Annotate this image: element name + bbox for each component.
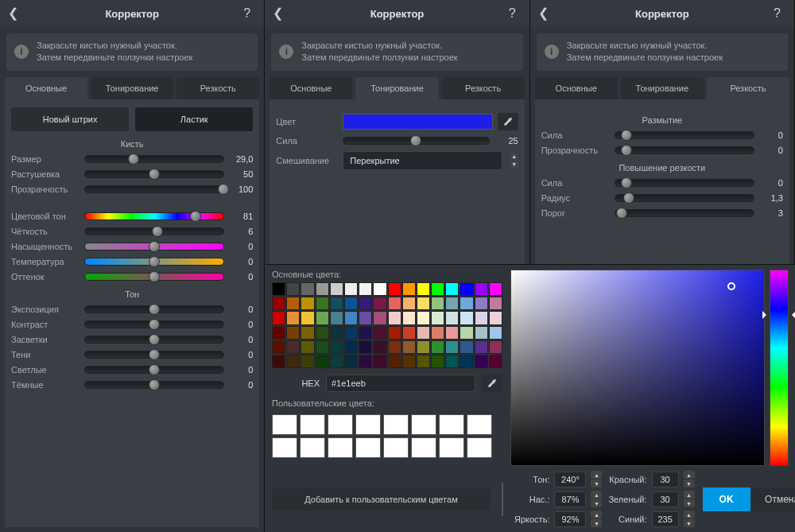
- swatch-cell[interactable]: [460, 326, 473, 340]
- swatch-cell[interactable]: [445, 282, 459, 296]
- swatch-cell[interactable]: [344, 282, 358, 296]
- swatch-cell[interactable]: [402, 326, 416, 340]
- swatch-cell[interactable]: [475, 355, 488, 368]
- spin-down-icon[interactable]: ▼: [684, 480, 695, 487]
- swatch-cell[interactable]: [402, 355, 416, 368]
- swatch-cell[interactable]: [286, 311, 300, 324]
- swatch-cell[interactable]: [359, 355, 372, 368]
- swatch-cell[interactable]: [431, 326, 444, 340]
- swatch-cell[interactable]: [344, 297, 358, 310]
- custom-swatch[interactable]: [300, 437, 325, 458]
- hex-input[interactable]: #1e1eeb: [326, 375, 475, 392]
- swatch-cell[interactable]: [286, 340, 300, 354]
- swatch-cell[interactable]: [402, 297, 416, 310]
- slider-track[interactable]: [343, 137, 489, 145]
- back-icon[interactable]: ❮: [8, 7, 21, 20]
- swatch-cell[interactable]: [417, 311, 430, 324]
- swatch-cell[interactable]: [489, 326, 502, 340]
- swatch-cell[interactable]: [272, 326, 285, 340]
- slider-track[interactable]: [84, 320, 224, 328]
- custom-swatch[interactable]: [411, 437, 436, 458]
- spin-up-icon[interactable]: ▲: [510, 153, 518, 160]
- tab[interactable]: Резкость: [176, 77, 259, 99]
- swatch-cell[interactable]: [286, 326, 300, 340]
- spin-down-icon[interactable]: ▼: [510, 161, 518, 168]
- swatch-cell[interactable]: [373, 282, 386, 296]
- slider-track[interactable]: [84, 227, 224, 235]
- slider-track[interactable]: [615, 131, 754, 139]
- spin-down-icon[interactable]: ▼: [684, 519, 695, 527]
- ok-button[interactable]: OK: [703, 487, 750, 511]
- swatch-cell[interactable]: [460, 355, 473, 368]
- tab[interactable]: Тонирование: [91, 77, 173, 99]
- slider-track[interactable]: [84, 381, 224, 389]
- tab[interactable]: Резкость: [442, 77, 525, 99]
- swatch-cell[interactable]: [431, 297, 444, 310]
- slider-track[interactable]: [84, 170, 224, 178]
- swatch-cell[interactable]: [316, 326, 329, 340]
- swatch-cell[interactable]: [330, 326, 343, 340]
- eyedropper-icon[interactable]: [482, 375, 502, 392]
- swatch-cell[interactable]: [388, 297, 401, 310]
- tab[interactable]: Тонирование: [355, 77, 438, 99]
- custom-swatch[interactable]: [467, 437, 492, 458]
- swatch-cell[interactable]: [402, 282, 416, 296]
- slider-track[interactable]: [84, 366, 224, 374]
- blend-mode-select[interactable]: Перекрытие: [343, 151, 502, 170]
- swatch-cell[interactable]: [475, 282, 488, 296]
- swatch-cell[interactable]: [489, 297, 502, 310]
- swatch-cell[interactable]: [359, 297, 372, 310]
- swatch-cell[interactable]: [417, 282, 430, 296]
- cancel-button[interactable]: Отмена: [750, 487, 795, 511]
- back-icon[interactable]: ❮: [538, 7, 551, 20]
- swatch-cell[interactable]: [272, 340, 285, 354]
- slider-track[interactable]: [84, 258, 224, 266]
- spin-down-icon[interactable]: ▼: [591, 519, 602, 527]
- swatch-cell[interactable]: [388, 282, 401, 296]
- custom-swatch[interactable]: [272, 414, 297, 435]
- spin-down-icon[interactable]: ▼: [684, 499, 695, 507]
- custom-swatch[interactable]: [467, 414, 492, 435]
- swatch-cell[interactable]: [445, 297, 459, 310]
- custom-swatch[interactable]: [272, 437, 297, 458]
- swatch-cell[interactable]: [272, 355, 285, 368]
- hue-bar[interactable]: [770, 270, 789, 466]
- swatch-cell[interactable]: [316, 340, 329, 354]
- swatch-cell[interactable]: [330, 297, 343, 310]
- swatch-cell[interactable]: [373, 355, 386, 368]
- swatch-cell[interactable]: [286, 355, 300, 368]
- saturation-value-box[interactable]: [510, 270, 765, 466]
- custom-swatch[interactable]: [439, 437, 464, 458]
- slider-track[interactable]: [84, 243, 224, 250]
- custom-swatch[interactable]: [328, 437, 353, 458]
- swatch-cell[interactable]: [489, 311, 502, 324]
- swatch-cell[interactable]: [460, 282, 473, 296]
- tool-button[interactable]: Ластик: [135, 107, 253, 131]
- spin-up-icon[interactable]: ▲: [591, 471, 602, 479]
- swatch-cell[interactable]: [301, 282, 314, 296]
- swatch-cell[interactable]: [359, 326, 372, 340]
- swatch-cell[interactable]: [489, 340, 502, 354]
- swatch-cell[interactable]: [373, 297, 386, 310]
- swatch-cell[interactable]: [388, 340, 401, 354]
- swatch-cell[interactable]: [330, 282, 343, 296]
- blue-value[interactable]: 235: [652, 511, 679, 527]
- swatch-cell[interactable]: [330, 355, 343, 368]
- swatch-cell[interactable]: [445, 311, 459, 324]
- swatch-cell[interactable]: [316, 297, 329, 310]
- slider-track[interactable]: [84, 273, 224, 281]
- swatch-cell[interactable]: [373, 326, 386, 340]
- swatch-cell[interactable]: [330, 311, 343, 324]
- red-value[interactable]: 30: [652, 472, 679, 487]
- custom-swatch[interactable]: [355, 414, 381, 435]
- back-icon[interactable]: ❮: [273, 7, 285, 20]
- swatch-cell[interactable]: [286, 282, 300, 296]
- swatch-cell[interactable]: [286, 297, 300, 310]
- swatch-cell[interactable]: [301, 340, 314, 354]
- swatch-cell[interactable]: [402, 340, 416, 354]
- slider-track[interactable]: [84, 305, 224, 313]
- swatch-cell[interactable]: [431, 355, 444, 368]
- tab[interactable]: Основные: [5, 77, 87, 99]
- swatch-cell[interactable]: [475, 326, 488, 340]
- slider-track[interactable]: [84, 351, 224, 359]
